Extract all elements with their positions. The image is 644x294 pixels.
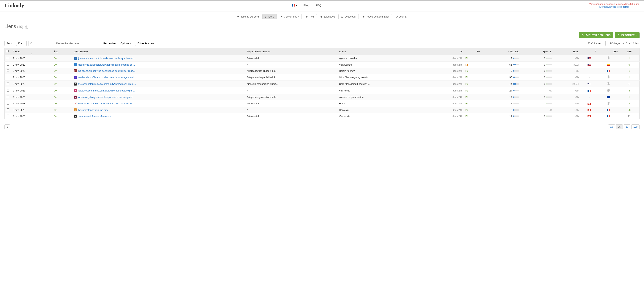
advanced-filters-button[interactable]: Filtres Avancés [135,41,156,46]
tab-journal[interactable]: Journal [393,14,410,20]
rel-filter[interactable]: Rel▾ [4,41,14,46]
page-size-10[interactable]: 10 [608,124,615,129]
tab-competitors[interactable]: Concurrents ▾ [278,14,302,20]
tab-links[interactable]: Liens [262,14,277,20]
globe-icon [607,82,610,85]
source-link[interactable]: thefastlaneforum.com/community/threads/s… [78,82,136,85]
cell-rank: >1M [554,68,581,74]
tab-tags-label: Étiquettes [324,15,335,18]
competitors-icon [280,16,283,18]
options-button[interactable]: Options▾ [118,40,133,46]
col-rank[interactable]: Rang [554,48,581,55]
tab-dashboard[interactable]: Tableau De Bord [234,14,261,20]
col-gi[interactable]: GI [430,48,464,55]
source-link[interactable]: atelierbd.com/3-raisons-de-contacter-une… [78,76,136,78]
tab-profile[interactable]: Profil [303,14,317,20]
tab-tags[interactable]: Étiquettes [318,14,337,20]
favicon: w [74,102,77,105]
select-all-checkbox[interactable] [6,50,8,52]
cell-source: ffaitesvousconnaitre.com/sites/internet/… [72,88,246,94]
source-link[interactable]: bouridey.fr/portfolio-tpe-pme/ [78,108,109,112]
globe-icon [607,56,610,60]
landing-page-icon [362,16,365,18]
upgrade-link[interactable]: Mettez à niveau votre forfait [589,6,640,8]
col-anchor[interactable]: Ancre [338,48,430,55]
search-button[interactable]: Rechercher [101,40,118,46]
globe-icon [607,102,610,105]
row-checkbox[interactable] [7,57,9,59]
cell-lef: 0 [619,62,639,68]
row-checkbox[interactable] [7,114,9,117]
source-link[interactable]: faitesvousconnaitre.com/sites/internet/b… [78,89,136,92]
cell-dpn [598,113,619,119]
cell-source: jojoomlatribune.com/cinq-raisons-pour-le… [72,55,246,62]
help-icon[interactable]: ? [25,26,28,29]
cell-mozda: 17 [482,94,520,100]
row-checkbox[interactable] [7,63,9,66]
row-checkbox[interactable] [7,76,9,78]
cell-lef: 1 [619,74,639,81]
row-checkbox[interactable] [7,108,9,111]
cell-rel: FL [464,81,482,88]
col-source[interactable]: URL Source [72,48,246,55]
row-checkbox[interactable] [7,82,9,85]
col-rel[interactable]: Rel [464,48,482,55]
cell-dest: /fr/accueil-fr/ [246,113,338,119]
col-state[interactable]: État [52,48,72,55]
cell-lef: 1 [619,94,639,100]
state-filter[interactable]: État▾ [16,41,27,46]
col-mozda[interactable]: Moz DA [482,48,520,55]
search-input[interactable] [34,41,101,46]
page-1[interactable]: 1 [4,124,10,129]
table-row: 2 nov. 2023OKffaitesvousconnaitre.com/si… [5,88,640,94]
cell-added: 2 nov. 2023 [11,100,52,107]
tag-icon [320,16,323,18]
cell-spam: ND [520,107,554,113]
cell-rel: FL [464,113,482,119]
row-checkbox[interactable] [7,102,9,104]
add-links-button[interactable]: AJOUTER DES LIENS [579,32,613,38]
col-lef[interactable]: LEF [619,48,639,55]
source-link[interactable]: openeverything.eu/les-cles-pour-reussir-… [78,96,136,98]
flag-eu-icon [607,96,610,98]
tab-disavow[interactable]: Désavouer [338,14,359,20]
cell-lef: 67 [619,81,639,88]
language-selector[interactable]: ▾ [292,4,297,6]
row-checkbox[interactable] [7,96,9,98]
cell-added: 2 nov. 2023 [11,94,52,100]
nav-faq[interactable]: FAQ [316,4,322,7]
page-size-100[interactable]: 100 [631,124,640,129]
cell-dpn [598,107,619,113]
favicon: o [74,96,77,98]
cell-ip [581,113,598,119]
cell-rank: 396,6k [554,81,581,88]
row-checkbox[interactable] [7,69,9,72]
source-link[interactable]: pa-scene.fr/quel-type-dentreprise-peut-u… [78,70,136,72]
col-spam[interactable]: Spam S. [520,48,554,55]
tab-landing-pages[interactable]: Pages De Destination [360,14,392,20]
cell-spam: 0 [520,74,554,81]
table-row: 2 nov. 2023OKGgoodfirms.co/directory/cit… [5,62,640,68]
row-checkbox[interactable] [7,89,9,92]
cell-lef: 2 [619,100,639,107]
favicon: f [74,89,77,92]
nav-blog[interactable]: Blog [304,4,309,7]
source-link[interactable]: joomlatribune.com/cinq-raisons-pour-lesq… [78,57,136,60]
cell-source: papa-scene.fr/quel-type-dentreprise-peut… [72,68,246,74]
col-added[interactable]: Ajouté [11,48,52,55]
cell-spam: 2 [520,100,554,107]
col-dpn[interactable]: DPN [598,48,619,55]
favicon: b [74,108,77,112]
cell-gi: dans 24h [430,62,464,68]
add-links-label: AJOUTER DES LIENS [586,34,610,36]
page-size-50[interactable]: 50 [624,124,630,129]
source-link[interactable]: savana-web.fr/nos-references/ [78,115,111,118]
columns-button[interactable]: Colonnes▾ [586,41,606,46]
col-ip[interactable]: IP [581,48,598,55]
page-size-25[interactable]: 25 [616,124,622,129]
source-link[interactable]: weebweeb.com/les-meilleurs-canaux-dacqui… [78,102,136,105]
export-button[interactable]: EXPORTER ▾ [615,32,640,38]
source-link[interactable]: goodfirms.co/directory/city/top-digital-… [78,63,136,66]
dash: - [589,96,590,98]
col-dest[interactable]: Page De Destination [246,48,338,55]
